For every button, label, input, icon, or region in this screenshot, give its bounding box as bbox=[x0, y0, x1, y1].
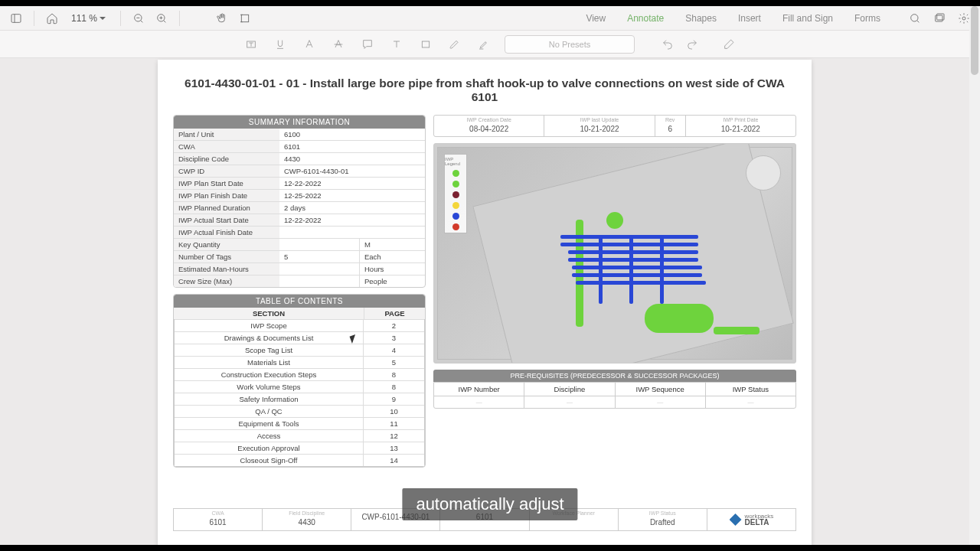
preset-dropdown[interactable]: No Presets bbox=[505, 35, 635, 54]
legend-dot bbox=[452, 213, 459, 220]
video-caption: automatically adjust bbox=[402, 488, 577, 520]
toc-row[interactable]: Construction Execution Steps8 bbox=[175, 368, 424, 380]
meta-cell: IWP last Update10-21-2022 bbox=[544, 116, 654, 136]
summary-header: SUMMARY INFORMATION bbox=[174, 116, 425, 129]
compass-icon[interactable] bbox=[746, 155, 781, 191]
home-icon[interactable] bbox=[44, 10, 60, 27]
zoom-level[interactable]: 111 % bbox=[67, 13, 111, 24]
rectangle-icon[interactable] bbox=[417, 36, 434, 53]
hand-tool-icon[interactable] bbox=[214, 10, 230, 27]
page-title: 6101-4430-01-01 - 01 - Install large bor… bbox=[173, 77, 796, 104]
toc-panel: TABLE OF CONTENTS SECTION PAGE IWP Scope… bbox=[173, 294, 426, 468]
footer-cell: IWP StatusDrafted bbox=[618, 509, 707, 530]
legend-dot bbox=[452, 202, 459, 209]
prereq-header: PRE-REQUISITES (PREDECESSOR & SUCCESSOR … bbox=[433, 370, 796, 382]
vertical-scrollbar[interactable] bbox=[969, 6, 980, 545]
footer-cell: Field Discipline4430 bbox=[262, 509, 351, 530]
prereq-col: IWP Sequence bbox=[615, 383, 705, 396]
svg-rect-9 bbox=[241, 15, 248, 21]
eraser-icon[interactable] bbox=[720, 36, 737, 53]
svg-rect-0 bbox=[11, 14, 21, 22]
svg-line-4 bbox=[141, 20, 143, 22]
zoom-out-icon[interactable] bbox=[130, 10, 147, 27]
prereq-col: Discipline bbox=[524, 383, 614, 396]
brand-logo: workpacksDELTA bbox=[707, 509, 795, 530]
toc-col-section: SECTION bbox=[174, 308, 364, 319]
legend-dot bbox=[452, 170, 459, 177]
summary-row: IWP Actual Start Date12-22-2022 bbox=[174, 214, 425, 226]
summary-row: IWP Plan Start Date12-22-2022 bbox=[174, 177, 425, 189]
zoom-in-icon[interactable] bbox=[153, 10, 170, 27]
tab-forms[interactable]: Forms bbox=[854, 13, 880, 24]
toc-col-page: PAGE bbox=[364, 308, 425, 319]
svg-point-12 bbox=[911, 14, 918, 21]
summary-panel: SUMMARY INFORMATION Plant / Unit6100CWA6… bbox=[173, 115, 426, 288]
footer-cell: CWA6101 bbox=[174, 509, 262, 530]
summary-row: IWP Planned Duration2 days bbox=[174, 201, 425, 214]
redo-icon[interactable] bbox=[684, 36, 701, 53]
svg-line-8 bbox=[164, 20, 166, 22]
piping-graphic bbox=[530, 189, 744, 350]
summary-row: CWA6101 bbox=[174, 140, 425, 152]
toc-row[interactable]: Work Volume Steps8 bbox=[175, 380, 424, 393]
summary-row: Crew Size (Max)People bbox=[174, 275, 425, 287]
tab-view[interactable]: View bbox=[586, 13, 606, 24]
prereq-col: IWP Status bbox=[705, 383, 795, 396]
text-box-icon[interactable] bbox=[243, 36, 260, 53]
legend-dot bbox=[452, 181, 459, 187]
toc-row[interactable]: Materials List5 bbox=[175, 356, 424, 368]
pdf-page: 6101-4430-01-01 - 01 - Install large bor… bbox=[158, 60, 812, 545]
underline-icon[interactable] bbox=[272, 36, 289, 53]
toc-row[interactable]: Equipment & Tools11 bbox=[175, 417, 424, 429]
model-viewport[interactable]: IWP Legend bbox=[433, 143, 796, 364]
summary-row: Estimated Man-HoursHours bbox=[174, 262, 425, 275]
toc-row[interactable]: Closeout Sign-Off14 bbox=[175, 454, 424, 466]
primary-toolbar: 111 % View Annotate Shapes Insert Fill a… bbox=[0, 6, 980, 31]
toc-row[interactable]: Drawings & Documents List3 bbox=[175, 331, 424, 344]
prereq-panel: PRE-REQUISITES (PREDECESSOR & SUCCESSOR … bbox=[433, 370, 796, 409]
tab-shapes[interactable]: Shapes bbox=[685, 13, 717, 24]
summary-row: Key QuantityM bbox=[174, 238, 425, 250]
comment-icon[interactable] bbox=[359, 36, 376, 53]
tab-insert[interactable]: Insert bbox=[738, 13, 761, 24]
meta-cell: IWP Print Date10-21-2022 bbox=[685, 116, 795, 136]
svg-rect-14 bbox=[936, 15, 942, 21]
prereq-col: IWP Number bbox=[434, 383, 524, 396]
svg-rect-15 bbox=[937, 14, 944, 20]
svg-line-13 bbox=[917, 20, 920, 22]
summary-row: CWP IDCWP-6101-4430-01 bbox=[174, 165, 425, 177]
legend-dot bbox=[452, 191, 459, 198]
pen-icon[interactable] bbox=[446, 36, 463, 53]
toc-row[interactable]: Safety Information9 bbox=[175, 393, 424, 405]
strike-icon[interactable] bbox=[330, 36, 347, 53]
meta-cell: IWP Creation Date08-04-2022 bbox=[434, 116, 544, 136]
text-red-icon[interactable] bbox=[301, 36, 318, 53]
summary-row: IWP Actual Finish Date bbox=[174, 226, 425, 238]
toc-header: TABLE OF CONTENTS bbox=[174, 295, 425, 308]
svg-rect-19 bbox=[422, 41, 429, 47]
panel-toggle-icon[interactable] bbox=[8, 10, 24, 27]
undo-icon[interactable] bbox=[659, 36, 676, 53]
summary-row: IWP Plan Finish Date12-25-2022 bbox=[174, 189, 425, 201]
toc-row[interactable]: Access12 bbox=[175, 429, 424, 442]
toc-row[interactable]: Execution Approval13 bbox=[175, 442, 424, 454]
highlight-icon[interactable] bbox=[475, 36, 492, 53]
summary-row: Discipline Code4430 bbox=[174, 152, 425, 165]
search-icon[interactable] bbox=[906, 10, 923, 27]
svg-point-16 bbox=[962, 17, 965, 20]
mode-tabs: View Annotate Shapes Insert Fill and Sig… bbox=[586, 13, 880, 24]
summary-row: Number Of Tags5Each bbox=[174, 250, 425, 262]
iwp-legend: IWP Legend bbox=[444, 154, 467, 233]
window-icon[interactable] bbox=[931, 10, 948, 27]
toc-row[interactable]: IWP Scope2 bbox=[175, 319, 424, 331]
toc-row[interactable]: Scope Tag List4 bbox=[175, 344, 424, 356]
annotate-toolbar: No Presets bbox=[0, 31, 980, 58]
tab-annotate[interactable]: Annotate bbox=[627, 13, 664, 24]
iwp-meta-strip: IWP Creation Date08-04-2022IWP last Upda… bbox=[433, 115, 796, 137]
tab-fill-sign[interactable]: Fill and Sign bbox=[782, 13, 833, 24]
text-tool-icon[interactable] bbox=[388, 36, 405, 53]
meta-cell: Rev6 bbox=[655, 116, 685, 136]
legend-dot bbox=[452, 223, 459, 230]
toc-row[interactable]: QA / QC10 bbox=[175, 405, 424, 417]
select-area-icon[interactable] bbox=[237, 10, 253, 27]
